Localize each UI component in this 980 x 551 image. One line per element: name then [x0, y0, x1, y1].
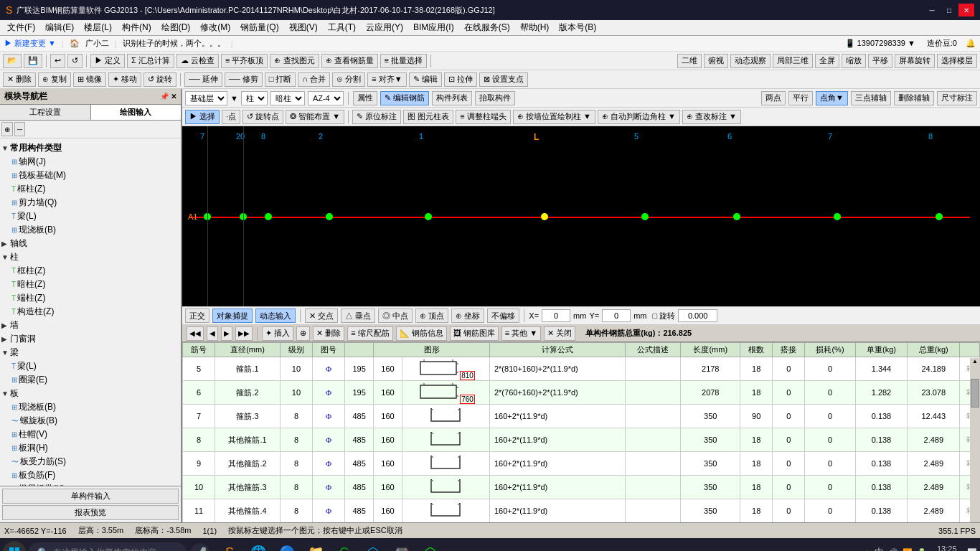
- zoom-button[interactable]: 缩放: [842, 54, 866, 68]
- mirror-button[interactable]: ⊞ 镜像: [73, 72, 106, 87]
- frame-col-item[interactable]: T框柱(Z): [11, 264, 179, 278]
- member-list-button[interactable]: 构件列表: [432, 91, 472, 105]
- rotate-input[interactable]: [678, 309, 717, 322]
- table-row[interactable]: 9 其他箍筋.2 8 Φ 485 160 160+2*(11.9*d) 350 …: [183, 452, 980, 476]
- rebar-other-button[interactable]: ≡ 其他 ▼: [501, 326, 541, 341]
- dark-col-item[interactable]: T暗柱(Z): [11, 278, 179, 291]
- menu-item-D[interactable]: 绘图(D): [157, 20, 195, 35]
- three-point-aux-button[interactable]: 三点辅轴: [851, 91, 891, 105]
- edit-rebar-button[interactable]: ✎ 编辑钢筋: [380, 91, 429, 105]
- y-input[interactable]: [602, 309, 631, 322]
- table-row[interactable]: 6 箍筋.2 10 Φ 195 160 760 2*(760+160)+2*(1…: [183, 381, 980, 405]
- table-row[interactable]: 10 其他箍筋.3 8 Φ 485 160 160+2*(11.9*d) 350…: [183, 476, 980, 499]
- dynamic-view-button[interactable]: 动态观察: [730, 54, 771, 68]
- neg-rebar-item[interactable]: ⊞板负筋(F): [11, 468, 179, 482]
- mic-button[interactable]: 🎤: [191, 543, 209, 551]
- engineering-settings-tab[interactable]: 工程设置: [0, 105, 91, 120]
- ring-beam-item[interactable]: ⊞圈梁(E): [11, 373, 179, 387]
- parallel-button[interactable]: 平行: [788, 91, 813, 105]
- set-pivot-button[interactable]: ⊠ 设置支点: [479, 72, 528, 87]
- top-view-button[interactable]: 俯视: [704, 54, 728, 68]
- coord-snap-button[interactable]: ⊕ 坐标: [451, 309, 484, 323]
- smart-layout-button[interactable]: ❂ 智能布置 ▼: [286, 110, 344, 124]
- taskbar-icon-app3[interactable]: 🎮: [390, 541, 413, 551]
- query-annot-button[interactable]: ⊕ 查改标注 ▼: [682, 110, 741, 124]
- menu-item-Y[interactable]: 云应用(Y): [362, 20, 407, 35]
- rebar-add-button[interactable]: ⊕: [296, 326, 310, 341]
- rebar-del-button[interactable]: ✕ 删除: [313, 326, 344, 341]
- partial-3d-button[interactable]: 局部三维: [773, 54, 813, 68]
- scroll-thumb[interactable]: [971, 379, 979, 408]
- tray-expand[interactable]: ∧: [864, 548, 870, 552]
- calc-button[interactable]: Σ 汇总计算: [127, 54, 174, 68]
- rebar-close-button[interactable]: ✕ 关闭: [544, 326, 575, 341]
- taskbar-icon-software[interactable]: S: [218, 541, 241, 551]
- common-types-root[interactable]: ▼ 常用构件类型: [1, 141, 179, 155]
- wall-expand[interactable]: ▶: [1, 321, 9, 329]
- taskbar-icon-folder[interactable]: 📁: [304, 541, 327, 551]
- table-row[interactable]: 7 箍筋.3 8 Φ 485 160 160+2*(11.9*d) 350 90…: [183, 405, 980, 428]
- scroll-up-arrow[interactable]: ▲: [972, 358, 978, 364]
- close-panel-icon[interactable]: ✕: [171, 93, 176, 100]
- quick-fab-found[interactable]: ⊞筏板基础(M): [11, 169, 179, 182]
- quick-shearwall[interactable]: ⊞剪力墙(Q): [11, 196, 179, 209]
- rotate-point-button[interactable]: ↺ 旋转点: [242, 110, 283, 124]
- table-scroll[interactable]: 筋号 直径(mm) 级别 图号 图形 计算公式 公式描述 长度(mm) 根数 搭…: [182, 342, 980, 522]
- struct-col-item[interactable]: T构造柱(Z): [11, 305, 179, 319]
- menu-item-H[interactable]: 帮助(H): [516, 20, 554, 35]
- taskbar-search[interactable]: 🔍 在这里输入你要搜索的内容: [29, 542, 187, 551]
- pin-icon[interactable]: 📌: [160, 93, 169, 100]
- dim-label-button[interactable]: 尺寸标注: [937, 91, 977, 105]
- expand-icon[interactable]: ▼: [1, 144, 9, 152]
- cast-slab-item[interactable]: ⊞现浇板(B): [11, 400, 179, 414]
- maximize-button[interactable]: □: [941, 4, 957, 17]
- minimize-button[interactable]: ─: [924, 4, 940, 17]
- take-member-button[interactable]: 抬取构件: [475, 91, 515, 105]
- find-elem-button[interactable]: ⊕ 查找图元: [270, 54, 319, 68]
- perp-snap-button[interactable]: △ 垂点: [341, 309, 375, 323]
- menu-item-N[interactable]: 构件(N): [118, 20, 156, 35]
- taskbar-icon-app1[interactable]: G: [333, 541, 356, 551]
- beam-group[interactable]: ▼ 梁: [1, 346, 179, 359]
- merge-button[interactable]: ∩ 合并: [298, 72, 330, 87]
- time-display[interactable]: 13:25 2017/6/24: [931, 545, 963, 552]
- menu-item-E[interactable]: 编辑(E): [41, 20, 78, 35]
- door-group[interactable]: ▶ 门窗洞: [1, 332, 179, 346]
- col-cap-item[interactable]: ⊞柱帽(V): [11, 428, 179, 441]
- x-input[interactable]: [542, 309, 570, 322]
- tray-sound[interactable]: 🔊: [888, 548, 898, 552]
- point-angle-button[interactable]: 点角▼: [816, 91, 848, 105]
- tree-remove-button[interactable]: ─: [14, 122, 25, 136]
- tree-add-button[interactable]: ⊕: [1, 122, 13, 136]
- select-button[interactable]: ▶ 选择: [185, 110, 220, 124]
- door-expand[interactable]: ▶: [1, 335, 9, 343]
- mid-snap-button[interactable]: ◎ 中点: [378, 309, 413, 323]
- notification-icon[interactable]: ⬜: [967, 548, 977, 552]
- level-plate-button[interactable]: ≡ 平齐板顶: [221, 54, 268, 68]
- id-select[interactable]: AZ-4: [308, 91, 344, 105]
- single-member-button[interactable]: 单构件输入: [2, 489, 179, 504]
- slab-rebar-item[interactable]: 〜板受力筋(S): [11, 455, 179, 468]
- report-preview-button[interactable]: 报表预览: [2, 505, 179, 520]
- orig-annot-button[interactable]: ✎ 原位标注: [352, 110, 401, 124]
- view-rebar-button[interactable]: ⊕ 查看钢筋量: [321, 54, 378, 68]
- col-group[interactable]: ▼ 柱: [1, 250, 179, 264]
- rotate-button[interactable]: ↺ 旋转: [143, 72, 176, 87]
- quick-framecol[interactable]: T框柱(Z): [11, 182, 179, 196]
- col-expand[interactable]: ▼: [1, 253, 9, 261]
- tray-ime[interactable]: 中: [875, 546, 884, 551]
- auto-corner-button[interactable]: ⊕ 自动判断边角柱 ▼: [598, 110, 680, 124]
- top-snap-button[interactable]: ⊕ 顶点: [415, 309, 448, 323]
- menu-item-BIMI[interactable]: BIM应用(I): [409, 20, 458, 35]
- menu-item-F[interactable]: 文件(F): [3, 20, 39, 35]
- rebar-info-button[interactable]: 📐 钢筋信息: [396, 326, 447, 341]
- table-row[interactable]: 5 箍筋.1 10 Φ 195 160 810 2*(810+160)+2*(1…: [183, 357, 980, 381]
- orthogonal-button[interactable]: 正交: [185, 309, 209, 323]
- table-row[interactable]: 11 其他箍筋.4 8 Φ 485 160 160+2*(11.9*d) 350…: [183, 499, 980, 523]
- rebar-library-button[interactable]: 🖼 钢筋图库: [450, 326, 499, 341]
- dynamic-input-button[interactable]: 动态输入: [255, 309, 296, 323]
- fig-col-table-button[interactable]: 图 图元柱表: [403, 110, 453, 124]
- screen-rotate-button[interactable]: 屏幕旋转: [895, 54, 935, 68]
- close-button[interactable]: ✕: [958, 4, 974, 17]
- table-row[interactable]: 8 其他箍筋.1 8 Φ 485 160 160+2*(11.9*d) 350 …: [183, 428, 980, 452]
